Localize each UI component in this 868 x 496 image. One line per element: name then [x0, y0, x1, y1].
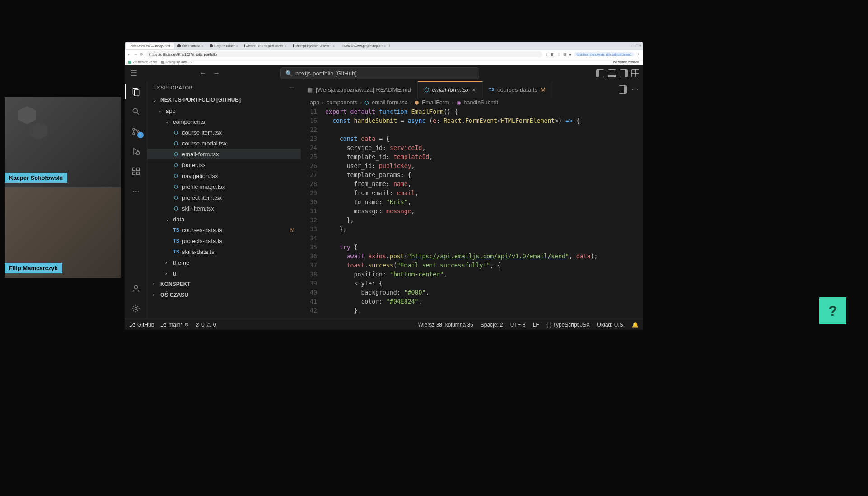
explorer-icon[interactable]	[130, 86, 142, 98]
react-icon: ⬡	[424, 86, 429, 93]
forward-button[interactable]: →	[134, 52, 137, 56]
editor-more-icon[interactable]: ⋯	[631, 85, 639, 94]
close-tab-icon[interactable]: ×	[472, 86, 476, 94]
close-icon[interactable]: ×	[333, 44, 335, 48]
editor-tab-email-form[interactable]: ⬡ email-form.tsx ×	[418, 81, 483, 98]
all-bookmarks[interactable]: Wszystkie zakładki	[613, 61, 639, 64]
bookmark-0[interactable]: Zrozumieć React	[128, 61, 157, 64]
notifications-icon[interactable]: 🔔	[632, 322, 639, 328]
extensions-icon[interactable]	[130, 165, 142, 177]
file-navigation[interactable]: ⬡navigation.tsx	[147, 170, 301, 181]
toggle-panel-icon[interactable]	[608, 69, 616, 77]
run-debug-icon[interactable]	[130, 145, 142, 157]
editor-tab-readme[interactable]: ▦ [Wersja zapoznawcza] README.md	[301, 81, 418, 98]
watermark-logo: ?	[819, 297, 846, 324]
section-os-czasu[interactable]: ›OŚ CZASU	[147, 290, 301, 300]
split-editor-icon[interactable]	[619, 85, 627, 94]
encoding[interactable]: UTF-8	[510, 322, 526, 328]
star-icon[interactable]: ☆	[557, 52, 560, 56]
browser-tab-4[interactable]: Prompt Injection: A new...×	[290, 43, 337, 49]
nav-forward-icon[interactable]: →	[213, 69, 220, 77]
keyboard-layout[interactable]: Układ: U.S.	[597, 322, 625, 328]
new-tab-button[interactable]: +	[388, 44, 390, 47]
back-button[interactable]: ←	[127, 52, 131, 56]
method-icon: ◉	[457, 100, 461, 106]
editor-tab-courses-data[interactable]: TS courses-data.ts M	[483, 81, 552, 98]
file-course-item[interactable]: ⬡course-item.tsx	[147, 127, 301, 138]
vscode-app: ☰ ← → 🔍 nextjs-portfolio [GitHub]	[125, 65, 643, 330]
close-icon[interactable]: ×	[201, 44, 204, 48]
more-icon[interactable]: ⋯	[130, 185, 142, 197]
profile-icon[interactable]: ●	[569, 52, 571, 56]
file-footer[interactable]: ⬡footer.tsx	[147, 159, 301, 170]
window-controls[interactable]: — ⬚ ×	[631, 44, 641, 47]
file-projects-data[interactable]: TSprojects-data.ts	[147, 235, 301, 246]
folder-app[interactable]: ⌄app	[147, 105, 301, 116]
breadcrumb[interactable]: app› components› ⬡ email-form.tsx› ⬢ Ema…	[301, 98, 643, 108]
sidebar-more-icon[interactable]: ⋯	[289, 85, 295, 91]
folder-ui[interactable]: ›ui	[147, 268, 301, 279]
extensions-icon[interactable]: ◧	[551, 52, 555, 56]
settings-icon[interactable]	[130, 303, 142, 314]
eol[interactable]: LF	[533, 322, 539, 328]
folder-theme[interactable]: ›theme	[147, 257, 301, 268]
browser-tab-1[interactable]: Kris Portfolio×	[175, 43, 206, 49]
file-profile-image[interactable]: ⬡profile-image.tsx	[147, 181, 301, 192]
indentation[interactable]: Spacje: 2	[481, 322, 503, 328]
ts-icon: TS	[489, 87, 495, 92]
code-editor[interactable]: 1116222324252627282930313233343536373839…	[301, 108, 643, 319]
browser-tab-5[interactable]: OWASP/www-project-top-10×	[338, 43, 386, 49]
browser-tab-2[interactable]: GitQuizBuilder×	[207, 43, 241, 49]
nav-back-icon[interactable]: ←	[200, 69, 207, 77]
file-courses-data[interactable]: TScourses-data.tsM	[147, 225, 301, 235]
file-project-item[interactable]: ⬡project-item.tsx	[147, 192, 301, 203]
close-icon[interactable]: ×	[236, 44, 238, 48]
file-skills-data[interactable]: TSskills-data.ts	[147, 246, 301, 257]
folder-data[interactable]: ⌄data	[147, 214, 301, 225]
toggle-sidebar-icon[interactable]	[596, 69, 604, 77]
accounts-icon[interactable]	[130, 283, 142, 295]
remote-indicator[interactable]: ⎇GitHub	[129, 322, 154, 328]
file-email-form[interactable]: ⬡email-form.tsx	[147, 149, 301, 159]
svg-point-13	[134, 285, 137, 289]
svg-rect-11	[136, 172, 139, 175]
url-input[interactable]: https://github.dev/Kris1027/nextjs-portf…	[146, 51, 542, 57]
source-control-icon[interactable]: 1	[130, 126, 142, 137]
svg-line-3	[137, 113, 139, 115]
svg-point-14	[135, 308, 137, 310]
update-button[interactable]: Uruchom ponownie, aby zaktualizować	[574, 52, 634, 56]
reload-button[interactable]: ⟳	[140, 52, 143, 56]
svg-rect-12	[136, 168, 139, 171]
bookmark-1[interactable]: Umiejętny kurs - G...	[161, 61, 195, 64]
menu-icon[interactable]: ⋮	[637, 52, 640, 56]
module-icon: ⬢	[415, 100, 419, 106]
vscode-titlebar: ☰ ← → 🔍 nextjs-portfolio [GitHub]	[125, 65, 643, 81]
project-root[interactable]: ⌄NEXTJS-PORTFOLIO [GITHUB]	[147, 94, 301, 105]
minimap[interactable]	[616, 108, 643, 319]
share-icon[interactable]: ⇧	[545, 52, 548, 56]
search-icon[interactable]	[130, 106, 142, 117]
browser-tab-3[interactable]: AltronFTRSPTQuizBuilder×	[242, 43, 289, 49]
section-konspekt[interactable]: ›KONSPEKT	[147, 279, 301, 290]
menu-icon[interactable]: ☰	[128, 68, 139, 78]
file-skill-item[interactable]: ⬡skill-item.tsx	[147, 203, 301, 214]
folder-components[interactable]: ⌄components	[147, 116, 301, 127]
browser-tab-0[interactable]: email-form.tsx — nextjs-port...×	[126, 43, 174, 49]
customize-layout-icon[interactable]	[631, 69, 639, 77]
puzzle-icon[interactable]: ⊞	[563, 52, 566, 56]
close-icon[interactable]: ×	[384, 44, 386, 48]
browser-address-bar: ← → ⟳ https://github.dev/Kris1027/nextjs…	[125, 50, 643, 59]
file-course-modal[interactable]: ⬡course-modal.tsx	[147, 138, 301, 149]
cursor-position[interactable]: Wiersz 38, kolumna 35	[418, 322, 473, 328]
git-branch[interactable]: ⎇main*↻	[160, 322, 189, 328]
language-mode[interactable]: { } TypeScript JSX	[546, 322, 590, 328]
react-icon: ⬡	[364, 100, 369, 106]
problems[interactable]: ⊘0⚠0	[195, 322, 216, 328]
webcam-1: Kacper Sokołowski	[5, 97, 121, 187]
close-icon[interactable]: ×	[285, 44, 287, 48]
command-center[interactable]: 🔍 nextjs-portfolio [GitHub]	[280, 67, 479, 79]
svg-point-5	[132, 133, 134, 135]
toggle-secondary-icon[interactable]	[620, 69, 628, 77]
editor-tabs: ▦ [Wersja zapoznawcza] README.md ⬡ email…	[301, 81, 643, 98]
webcam-2-label: Filip Mamcarczyk	[5, 263, 62, 273]
